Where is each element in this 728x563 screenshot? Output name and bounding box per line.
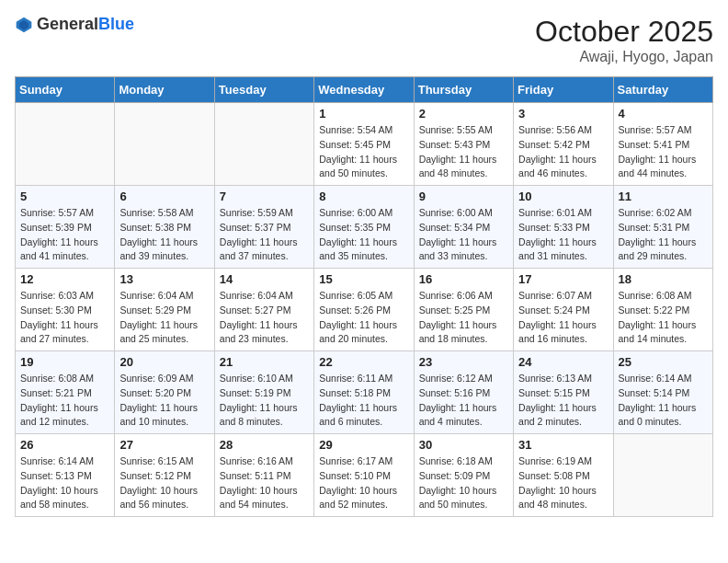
calendar-week-row: 1Sunrise: 5:54 AMSunset: 5:45 PMDaylight… bbox=[16, 103, 713, 186]
day-number: 30 bbox=[419, 438, 508, 452]
calendar-cell: 15Sunrise: 6:05 AMSunset: 5:26 PMDayligh… bbox=[314, 269, 414, 351]
month-title: October 2025 bbox=[535, 15, 713, 49]
weekday-header-friday: Friday bbox=[514, 77, 613, 103]
day-number: 17 bbox=[518, 272, 608, 286]
page-header: GeneralBlue October 2025 Awaji, Hyogo, J… bbox=[15, 15, 713, 65]
calendar-week-row: 5Sunrise: 5:57 AMSunset: 5:39 PMDaylight… bbox=[16, 186, 713, 269]
day-number: 4 bbox=[619, 107, 708, 121]
calendar-cell: 9Sunrise: 6:00 AMSunset: 5:34 PMDaylight… bbox=[414, 186, 513, 269]
calendar-cell: 17Sunrise: 6:07 AMSunset: 5:24 PMDayligh… bbox=[514, 269, 613, 351]
calendar-cell: 24Sunrise: 6:13 AMSunset: 5:15 PMDayligh… bbox=[514, 351, 613, 434]
day-info: Sunrise: 6:01 AMSunset: 5:33 PMDaylight:… bbox=[518, 206, 608, 264]
day-number: 2 bbox=[419, 107, 508, 121]
day-info: Sunrise: 6:14 AMSunset: 5:13 PMDaylight:… bbox=[20, 454, 109, 512]
calendar-cell: 7Sunrise: 5:59 AMSunset: 5:37 PMDaylight… bbox=[214, 186, 313, 269]
weekday-header-tuesday: Tuesday bbox=[214, 77, 313, 103]
day-number: 24 bbox=[518, 355, 608, 369]
calendar-cell: 27Sunrise: 6:15 AMSunset: 5:12 PMDayligh… bbox=[115, 434, 214, 517]
logo-icon bbox=[15, 16, 33, 34]
day-number: 18 bbox=[619, 272, 708, 286]
weekday-header-sunday: Sunday bbox=[16, 77, 115, 103]
day-info: Sunrise: 5:57 AMSunset: 5:39 PMDaylight:… bbox=[20, 206, 109, 264]
day-info: Sunrise: 6:13 AMSunset: 5:15 PMDaylight:… bbox=[518, 372, 608, 430]
day-number: 19 bbox=[20, 355, 109, 369]
day-info: Sunrise: 6:08 AMSunset: 5:22 PMDaylight:… bbox=[619, 289, 708, 347]
calendar-cell: 19Sunrise: 6:08 AMSunset: 5:21 PMDayligh… bbox=[16, 351, 115, 434]
logo: GeneralBlue bbox=[15, 15, 134, 34]
day-number: 16 bbox=[419, 272, 508, 286]
calendar-cell bbox=[214, 103, 313, 186]
day-number: 15 bbox=[319, 272, 408, 286]
day-number: 7 bbox=[220, 190, 309, 203]
day-number: 9 bbox=[419, 190, 508, 203]
day-number: 26 bbox=[20, 438, 109, 452]
day-number: 11 bbox=[619, 190, 708, 203]
calendar-cell: 20Sunrise: 6:09 AMSunset: 5:20 PMDayligh… bbox=[115, 351, 214, 434]
calendar-cell: 14Sunrise: 6:04 AMSunset: 5:27 PMDayligh… bbox=[214, 269, 313, 351]
calendar-cell: 6Sunrise: 5:58 AMSunset: 5:38 PMDaylight… bbox=[115, 186, 214, 269]
day-info: Sunrise: 6:17 AMSunset: 5:10 PMDaylight:… bbox=[319, 454, 408, 512]
day-info: Sunrise: 5:55 AMSunset: 5:43 PMDaylight:… bbox=[419, 123, 508, 181]
calendar-cell: 1Sunrise: 5:54 AMSunset: 5:45 PMDaylight… bbox=[314, 103, 414, 186]
day-info: Sunrise: 6:05 AMSunset: 5:26 PMDaylight:… bbox=[319, 289, 408, 347]
calendar-cell: 21Sunrise: 6:10 AMSunset: 5:19 PMDayligh… bbox=[214, 351, 313, 434]
day-number: 21 bbox=[220, 355, 309, 369]
day-number: 29 bbox=[319, 438, 408, 452]
day-number: 8 bbox=[319, 190, 408, 203]
calendar-cell bbox=[613, 434, 712, 517]
day-info: Sunrise: 6:19 AMSunset: 5:08 PMDaylight:… bbox=[518, 454, 608, 512]
day-info: Sunrise: 5:56 AMSunset: 5:42 PMDaylight:… bbox=[518, 123, 608, 181]
day-info: Sunrise: 5:57 AMSunset: 5:41 PMDaylight:… bbox=[619, 123, 708, 181]
day-info: Sunrise: 6:18 AMSunset: 5:09 PMDaylight:… bbox=[419, 454, 508, 512]
logo-text-blue: Blue bbox=[98, 15, 134, 33]
day-number: 12 bbox=[20, 272, 109, 286]
day-info: Sunrise: 6:14 AMSunset: 5:14 PMDaylight:… bbox=[619, 372, 708, 430]
calendar-cell bbox=[16, 103, 115, 186]
day-number: 14 bbox=[220, 272, 309, 286]
day-number: 6 bbox=[119, 190, 209, 203]
calendar-cell: 23Sunrise: 6:12 AMSunset: 5:16 PMDayligh… bbox=[414, 351, 513, 434]
calendar-week-row: 19Sunrise: 6:08 AMSunset: 5:21 PMDayligh… bbox=[16, 351, 713, 434]
day-number: 23 bbox=[419, 355, 508, 369]
calendar-cell: 18Sunrise: 6:08 AMSunset: 5:22 PMDayligh… bbox=[613, 269, 712, 351]
day-number: 25 bbox=[619, 355, 708, 369]
day-number: 1 bbox=[319, 107, 408, 121]
calendar-cell: 8Sunrise: 6:00 AMSunset: 5:35 PMDaylight… bbox=[314, 186, 414, 269]
day-info: Sunrise: 6:00 AMSunset: 5:35 PMDaylight:… bbox=[319, 206, 408, 264]
calendar-cell: 22Sunrise: 6:11 AMSunset: 5:18 PMDayligh… bbox=[314, 351, 414, 434]
calendar-cell: 12Sunrise: 6:03 AMSunset: 5:30 PMDayligh… bbox=[16, 269, 115, 351]
day-number: 10 bbox=[518, 190, 608, 203]
calendar-cell: 4Sunrise: 5:57 AMSunset: 5:41 PMDaylight… bbox=[613, 103, 712, 186]
day-info: Sunrise: 6:03 AMSunset: 5:30 PMDaylight:… bbox=[20, 289, 109, 347]
calendar-cell: 2Sunrise: 5:55 AMSunset: 5:43 PMDaylight… bbox=[414, 103, 513, 186]
calendar-cell bbox=[115, 103, 214, 186]
day-number: 5 bbox=[20, 190, 109, 203]
weekday-header-thursday: Thursday bbox=[414, 77, 513, 103]
day-info: Sunrise: 6:02 AMSunset: 5:31 PMDaylight:… bbox=[619, 206, 708, 264]
calendar-cell: 3Sunrise: 5:56 AMSunset: 5:42 PMDaylight… bbox=[514, 103, 613, 186]
calendar-cell: 13Sunrise: 6:04 AMSunset: 5:29 PMDayligh… bbox=[115, 269, 214, 351]
day-info: Sunrise: 6:07 AMSunset: 5:24 PMDaylight:… bbox=[518, 289, 608, 347]
day-number: 31 bbox=[518, 438, 608, 452]
day-info: Sunrise: 6:00 AMSunset: 5:34 PMDaylight:… bbox=[419, 206, 508, 264]
day-number: 20 bbox=[119, 355, 209, 369]
day-info: Sunrise: 6:04 AMSunset: 5:29 PMDaylight:… bbox=[119, 289, 209, 347]
weekday-header-monday: Monday bbox=[115, 77, 214, 103]
calendar-cell: 28Sunrise: 6:16 AMSunset: 5:11 PMDayligh… bbox=[214, 434, 313, 517]
calendar-cell: 26Sunrise: 6:14 AMSunset: 5:13 PMDayligh… bbox=[16, 434, 115, 517]
day-info: Sunrise: 5:54 AMSunset: 5:45 PMDaylight:… bbox=[319, 123, 408, 181]
logo-text-general: General bbox=[37, 15, 98, 33]
calendar-cell: 10Sunrise: 6:01 AMSunset: 5:33 PMDayligh… bbox=[514, 186, 613, 269]
day-info: Sunrise: 6:04 AMSunset: 5:27 PMDaylight:… bbox=[220, 289, 309, 347]
calendar-table: SundayMondayTuesdayWednesdayThursdayFrid… bbox=[15, 76, 713, 517]
day-info: Sunrise: 6:16 AMSunset: 5:11 PMDaylight:… bbox=[220, 454, 309, 512]
day-number: 22 bbox=[319, 355, 408, 369]
calendar-cell: 30Sunrise: 6:18 AMSunset: 5:09 PMDayligh… bbox=[414, 434, 513, 517]
day-number: 28 bbox=[220, 438, 309, 452]
day-info: Sunrise: 5:58 AMSunset: 5:38 PMDaylight:… bbox=[119, 206, 209, 264]
calendar-cell: 11Sunrise: 6:02 AMSunset: 5:31 PMDayligh… bbox=[613, 186, 712, 269]
weekday-header-saturday: Saturday bbox=[613, 77, 712, 103]
day-number: 27 bbox=[119, 438, 209, 452]
calendar-week-row: 12Sunrise: 6:03 AMSunset: 5:30 PMDayligh… bbox=[16, 269, 713, 351]
day-info: Sunrise: 6:11 AMSunset: 5:18 PMDaylight:… bbox=[319, 372, 408, 430]
